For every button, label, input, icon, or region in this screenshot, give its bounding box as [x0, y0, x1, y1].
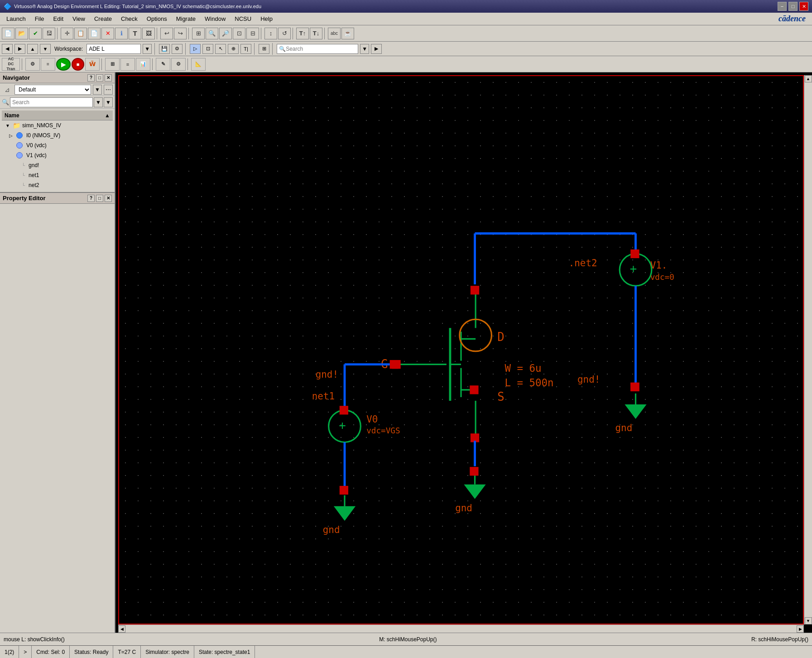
menu-migrate[interactable]: Migrate	[172, 14, 200, 23]
measure-btn[interactable]: 📐	[191, 58, 206, 71]
nav-float-btn[interactable]: □	[96, 74, 103, 82]
annotate-btn[interactable]: ✎	[156, 58, 170, 71]
scroll-down-btn[interactable]: ▼	[805, 617, 812, 624]
rotate-btn[interactable]: ↺	[278, 28, 291, 39]
extra1-btn[interactable]: ☕	[341, 28, 354, 39]
redo-btn[interactable]: ↪	[174, 28, 187, 39]
navigator-search-input[interactable]	[10, 97, 93, 107]
zoom-in-btn[interactable]: 🔍	[206, 28, 218, 39]
menu-file[interactable]: File	[30, 14, 49, 23]
toolbar2: ◀ ▶ ▲ ▼ Workspace: ▼ 💾 ⚙ ▷ ⊡ ↖ ⊕ T| ⊞ 🔍 …	[0, 42, 812, 56]
menu-check[interactable]: Check	[116, 14, 142, 23]
tree-node-gnd[interactable]: └ gnd!	[2, 160, 113, 170]
sim-setup-btn[interactable]: ⚙	[25, 58, 40, 71]
scroll-up-btn[interactable]: ▲	[805, 75, 812, 82]
filter-extra-btn[interactable]: ⋯	[104, 85, 113, 95]
app-icon: 🔷	[4, 3, 11, 10]
nav-help-btn[interactable]: ?	[87, 74, 95, 82]
label-btn[interactable]: abc	[328, 28, 341, 39]
zoom-sel-btn[interactable]: ⊟	[246, 28, 259, 39]
settings2-btn[interactable]: ⚙	[171, 58, 186, 71]
nav-search-extra[interactable]: ▼	[104, 97, 113, 107]
tree-root[interactable]: ▼ 📁 simn_NMOS_IV	[2, 120, 113, 130]
workspace-dropdown-btn[interactable]: ▼	[143, 44, 152, 54]
menu-create[interactable]: Create	[90, 14, 116, 23]
list-btn[interactable]: ≡	[120, 58, 135, 71]
vertical-scrollbar[interactable]: ▲ ▼	[804, 75, 812, 624]
search-input[interactable]	[286, 46, 349, 52]
wb-settings-btn[interactable]: ⚙	[172, 44, 183, 54]
text-up-btn[interactable]: T↑	[296, 28, 309, 39]
menu-options[interactable]: Options	[142, 14, 172, 23]
select2-btn[interactable]: ⊡	[202, 44, 213, 54]
frame-btn[interactable]: 🖼	[142, 28, 155, 39]
paste-btn[interactable]: 📄	[88, 28, 101, 39]
scroll-right-btn[interactable]: ▶	[797, 625, 804, 633]
nav-fwd-btn[interactable]: ▶	[14, 44, 25, 54]
maximize-btn[interactable]: □	[788, 2, 798, 11]
scroll-left-btn[interactable]: ◀	[118, 625, 125, 633]
undo-btn[interactable]: ↩	[160, 28, 173, 39]
menu-help[interactable]: Help	[256, 14, 277, 23]
select-btn[interactable]: ▷	[190, 44, 201, 54]
stretch-btn[interactable]: ↕	[264, 28, 277, 39]
run-btn[interactable]: ▶	[56, 58, 71, 71]
save-as-btn[interactable]: 🖫	[43, 28, 55, 39]
status-label: Status:	[74, 649, 91, 655]
netlist-btn[interactable]: ≡	[41, 58, 55, 71]
filter-icon: ⊿	[2, 85, 13, 95]
crosshair-btn[interactable]: ⊕	[228, 44, 239, 54]
pe-help-btn[interactable]: ?	[87, 195, 95, 202]
filter-select[interactable]: Default	[14, 85, 91, 95]
menu-ncsu[interactable]: NCSU	[230, 14, 256, 23]
minimize-btn[interactable]: −	[778, 2, 787, 11]
open-btn[interactable]: 📂	[15, 28, 28, 39]
textcursor-btn[interactable]: T|	[240, 44, 251, 54]
stop-btn[interactable]: ■	[72, 58, 84, 71]
nav-search-icon: 🔍	[2, 99, 9, 106]
zoom-fit-btn[interactable]: ⊡	[233, 28, 245, 39]
schematic-canvas[interactable]: D G S W = 6u L = 500n	[115, 72, 812, 633]
tree-node-net1[interactable]: └ net1	[2, 170, 113, 180]
pe-float-btn[interactable]: □	[96, 195, 103, 202]
new-file-btn[interactable]: 📄	[2, 28, 14, 39]
info-btn[interactable]: ℹ	[115, 28, 128, 39]
wb-save-btn[interactable]: 💾	[159, 44, 170, 54]
wave-btn[interactable]: W̃	[85, 58, 100, 71]
tree-node-i0[interactable]: ▷ I0 (NMOS_IV)	[2, 130, 113, 140]
menu-view[interactable]: View	[68, 14, 90, 23]
nav-close-btn[interactable]: ✕	[105, 74, 112, 82]
schematic-inner[interactable]: D G S W = 6u L = 500n	[118, 75, 804, 624]
nav-up-btn[interactable]: ▲	[27, 44, 38, 54]
menu-launch[interactable]: Launch	[2, 14, 30, 23]
arrow-btn[interactable]: ↖	[215, 44, 226, 54]
sel3-btn[interactable]: ⊞	[259, 44, 269, 54]
pe-close-btn[interactable]: ✕	[105, 195, 112, 202]
filter-dropdown-btn[interactable]: ▼	[93, 85, 102, 95]
search-options-btn[interactable]: ▶	[371, 44, 382, 54]
menu-window[interactable]: Window	[200, 14, 230, 23]
tree-node-v0[interactable]: V0 (vdc)	[2, 140, 113, 150]
copy-btn[interactable]: 📋	[74, 28, 87, 39]
close-btn[interactable]: ✕	[799, 2, 808, 11]
delete-btn[interactable]: ✕	[101, 28, 114, 39]
tree-node-net2[interactable]: └ net2	[2, 180, 113, 190]
tree-node-v1[interactable]: V1 (vdc)	[2, 150, 113, 160]
nav-search-dropdown[interactable]: ▼	[94, 97, 103, 107]
search-dropdown-btn[interactable]: ▼	[360, 44, 369, 54]
save-btn[interactable]: ✔	[29, 28, 42, 39]
nav-hist-btn[interactable]: ▼	[40, 44, 51, 54]
ac-dc-trans-btn[interactable]: ACDCTran	[2, 58, 20, 71]
text-dn-btn[interactable]: T↓	[310, 28, 322, 39]
zoom-out-btn[interactable]: 🔎	[219, 28, 232, 39]
zoom-area-btn[interactable]: ⊞	[192, 28, 205, 39]
workspace-input[interactable]	[86, 44, 141, 54]
nav-back-btn[interactable]: ◀	[2, 44, 13, 54]
menu-edit[interactable]: Edit	[49, 14, 68, 23]
matrix-btn[interactable]: ⊞	[105, 58, 120, 71]
move-btn[interactable]: ✛	[61, 28, 73, 39]
search-box[interactable]: 🔍	[277, 44, 358, 54]
text-btn[interactable]: T	[129, 28, 141, 39]
horizontal-scrollbar[interactable]: ◀ ▶	[118, 624, 804, 633]
results-btn[interactable]: 📊	[136, 58, 150, 71]
